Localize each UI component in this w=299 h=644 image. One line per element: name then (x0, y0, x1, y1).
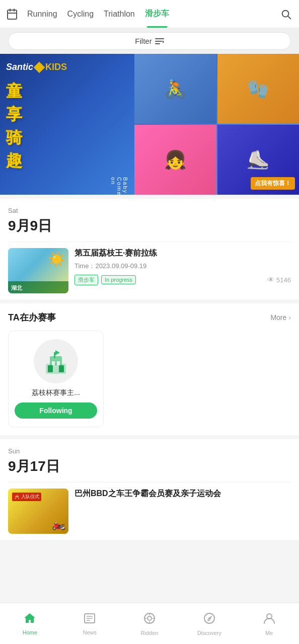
date-full-1: 9月9日 (8, 216, 291, 235)
svg-point-29 (208, 617, 210, 619)
filter-button[interactable]: Filter (8, 32, 291, 50)
date-day-1: Sat (8, 207, 291, 214)
svg-rect-17 (57, 361, 60, 365)
banner-photo-grid: 🚴 🧤 👧 ⛸️ 点我有惊喜！ (134, 54, 299, 195)
svg-marker-13 (55, 350, 60, 355)
event-title-2: 巴州BBD之车王争霸会员赛及亲子运动会 (74, 489, 291, 499)
photo-3: 👧 (134, 125, 216, 195)
bottom-navigation: Home News Ridden (0, 603, 299, 644)
tag-status-1: In progress (101, 275, 136, 284)
svg-line-5 (288, 16, 290, 19)
tag-type-1: 滑步车 (74, 275, 98, 285)
nav-item-me[interactable]: Me (239, 608, 299, 640)
ta-name: 荔枝杯赛事主... (32, 388, 80, 397)
me-icon (263, 612, 276, 628)
svg-rect-15 (59, 365, 64, 372)
svg-rect-16 (52, 361, 55, 365)
date-full-2: 9月17日 (8, 457, 291, 476)
event-details-1: 第五届荔枝王·赛前拉练 Time：2023.09.09-09.19 滑步车 In… (74, 248, 291, 285)
svg-rect-14 (48, 365, 53, 372)
nav-item-home[interactable]: Home (0, 608, 60, 639)
nav-item-discovery[interactable]: Discovery (179, 608, 239, 640)
ta-more-label: More (270, 313, 286, 321)
event-thumbnail-2: 🎪 入队仪式 🏍️ (8, 489, 68, 534)
ta-card-1[interactable]: 荔枝杯赛事主... Following (8, 331, 104, 427)
search-icon[interactable] (277, 5, 295, 23)
event-details-2: 巴州BBD之车王争霸会员赛及亲子运动会 (74, 489, 291, 502)
photo-2: 🧤 (217, 54, 299, 124)
banner-cta[interactable]: 点我有惊喜！ (251, 177, 295, 190)
diamond-icon (34, 61, 45, 73)
kids-label: KIDS (45, 62, 67, 72)
ta-avatar (34, 339, 78, 383)
date-day-2: Sun (8, 447, 291, 455)
brand-name: Santic (6, 62, 33, 72)
banner-char-4: 趣 (6, 150, 128, 172)
banner[interactable]: Santic KIDS 童 享 骑 趣 Baby Come on 🚴 (0, 54, 299, 195)
ta-section-title: TA在办赛事 (8, 311, 56, 324)
eye-icon: 👁 (267, 276, 274, 284)
ta-section-header: TA在办赛事 More › (8, 311, 291, 324)
event-tags-1: 滑步车 In progress 👁 5146 (74, 275, 291, 285)
filter-label: Filter (135, 37, 152, 45)
banner-tagline: 童 享 骑 趣 (6, 80, 128, 172)
tab-running[interactable]: Running (22, 0, 62, 28)
date-section-1: Sat 9月9日 ☀️ 湖北 第五届荔枝王·赛前拉练 Time：2023.09.… (0, 199, 299, 299)
svg-rect-0 (8, 10, 17, 19)
ridden-icon (143, 612, 156, 628)
nav-label-ridden: Ridden (141, 630, 159, 636)
calendar-icon[interactable] (4, 6, 20, 22)
chevron-right-icon: › (288, 313, 291, 321)
follow-button[interactable]: Following (15, 403, 97, 419)
banner-subtitle: Baby Come on (6, 177, 128, 195)
event-title-1: 第五届荔枝王·赛前拉练 (74, 248, 291, 259)
ta-section: TA在办赛事 More › 荔枝杯赛事主... (0, 303, 299, 435)
svg-rect-11 (50, 356, 62, 365)
svg-marker-9 (163, 40, 164, 43)
nav-tabs: Running Cycling Triathlon 滑步车 (22, 0, 277, 28)
nav-label-news: News (83, 629, 97, 635)
news-icon (83, 612, 96, 627)
banner-char-2: 享 (6, 104, 128, 126)
top-navigation: Running Cycling Triathlon 滑步车 (0, 0, 299, 28)
nav-label-home: Home (23, 629, 37, 635)
event-views-1: 👁 5146 (267, 276, 291, 284)
banner-char-3: 骑 (6, 127, 128, 149)
banner-char-1: 童 (6, 80, 128, 103)
photo-1: 🚴 (134, 54, 216, 124)
filter-icon (155, 38, 164, 45)
svg-point-23 (147, 616, 152, 620)
event-time-1: Time：2023.09.09-09.19 (74, 262, 291, 271)
nav-item-news[interactable]: News (60, 608, 120, 639)
ta-more-button[interactable]: More › (270, 313, 291, 321)
nav-label-me: Me (265, 630, 273, 636)
discovery-icon (203, 612, 216, 628)
home-icon (23, 612, 36, 627)
date-section-2: Sun 9月17日 🎪 入队仪式 🏍️ 巴州BBD之车王争霸会员赛及亲子运动会 (0, 439, 299, 540)
svg-rect-12 (54, 352, 55, 358)
event-card-1[interactable]: ☀️ 湖北 第五届荔枝王·赛前拉练 Time：2023.09.09-09.19 … (8, 242, 291, 299)
tab-triathlon[interactable]: Triathlon (99, 0, 140, 28)
event-thumbnail-1: ☀️ 湖北 (8, 248, 68, 293)
tab-cycling[interactable]: Cycling (62, 0, 99, 28)
ta-avatar-icon (41, 346, 71, 376)
tab-skating[interactable]: 滑步车 (140, 0, 174, 28)
nav-item-ridden[interactable]: Ridden (120, 608, 180, 640)
event-card-2[interactable]: 🎪 入队仪式 🏍️ 巴州BBD之车王争霸会员赛及亲子运动会 (8, 482, 291, 540)
filter-bar: Filter (0, 28, 299, 54)
brand-logo: Santic KIDS (6, 62, 128, 72)
event-thumb-label: 湖北 (11, 285, 22, 291)
nav-label-discovery: Discovery (197, 630, 221, 636)
